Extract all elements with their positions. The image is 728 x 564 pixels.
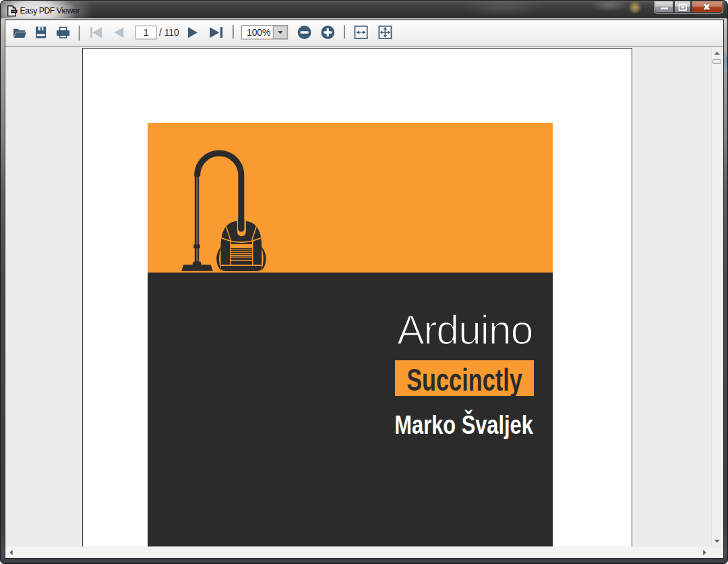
svg-text:100%: 100% <box>247 28 270 38</box>
svg-text:/ 110: / 110 <box>159 28 179 38</box>
svg-text:1: 1 <box>143 28 148 38</box>
